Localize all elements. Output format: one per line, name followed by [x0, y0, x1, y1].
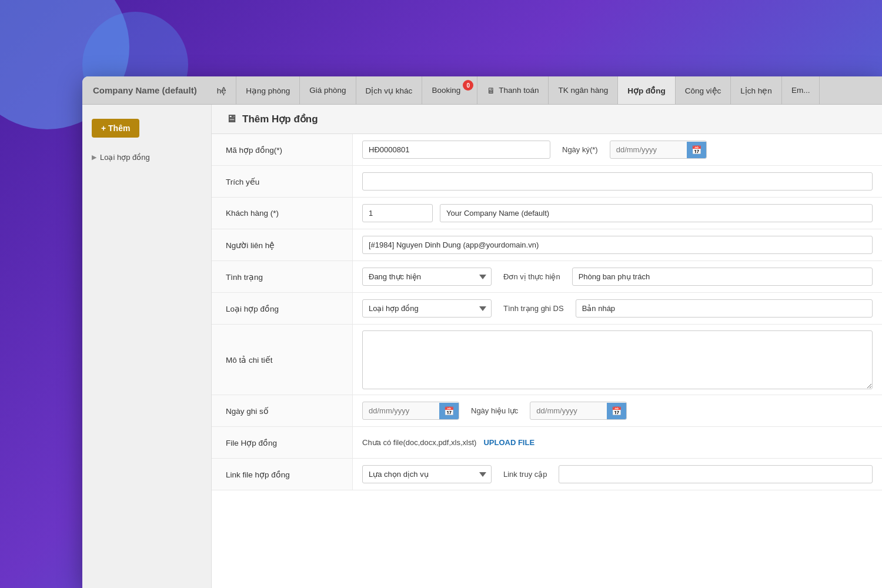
- content-area: + Thêm ▶ Loại hợp đồng 🖥 Thêm Hợp đồng M…: [82, 105, 882, 588]
- booking-badge: 0: [463, 80, 473, 91]
- arrow-icon: ▶: [92, 153, 96, 161]
- select-tinh-trang[interactable]: Đang thực hiện Hoàn thành Huỷ: [362, 268, 492, 286]
- fields-ngay-ghi-so: 📅 Ngày hiệu lực 📅: [353, 395, 882, 426]
- date-ngay-hieu-luc: 📅: [530, 402, 627, 420]
- fields-file-hop-dong: Chưa có file(doc,docx,pdf,xls,xlst) UPLO…: [353, 427, 882, 458]
- input-khach-hang-name[interactable]: [440, 204, 873, 222]
- tab-hang-phong[interactable]: Hạng phòng: [236, 76, 300, 104]
- monitor-icon: 🖥: [487, 86, 495, 95]
- label-link-truy-cap: Link truy cập: [499, 470, 552, 479]
- form-header-icon: 🖥: [226, 113, 236, 125]
- input-ngay-ghi-so[interactable]: [363, 402, 439, 419]
- label-mo-ta-chi-tiet: Mô tả chi tiết: [212, 325, 353, 395]
- select-loai-hop-dong[interactable]: Loại hợp đồng Hợp đồng A Hợp đồng B: [362, 299, 492, 318]
- browser-title: Company Name (default): [88, 85, 197, 95]
- input-ngay-hieu-luc[interactable]: [530, 402, 607, 419]
- upload-link[interactable]: UPLOAD FILE: [483, 438, 534, 447]
- sidebar: + Thêm ▶ Loại hợp đồng: [82, 105, 212, 588]
- input-ngay-ky[interactable]: [610, 141, 687, 158]
- calendar-icon-ngay-hieu-luc[interactable]: 📅: [607, 403, 626, 419]
- fields-khach-hang: [353, 198, 882, 229]
- row-tinh-trang: Tình trạng Đang thực hiện Hoàn thành Huỷ…: [212, 261, 882, 293]
- row-khach-hang: Khách hàng (*): [212, 198, 882, 229]
- input-link-truy-cap[interactable]: [559, 465, 873, 483]
- tab-booking[interactable]: Booking 0: [422, 76, 477, 104]
- label-tinh-trang: Tình trạng: [212, 261, 353, 292]
- sidebar-item-loai-hop-dong[interactable]: ▶ Loại hợp đồng: [82, 147, 211, 168]
- row-file-hop-dong: File Hợp đồng Chưa có file(doc,docx,pdf,…: [212, 427, 882, 459]
- form-header: 🖥 Thêm Hợp đồng: [212, 105, 882, 134]
- fields-loai-hop-dong: Loại hợp đồng Hợp đồng A Hợp đồng B Tình…: [353, 293, 882, 324]
- row-link-file-hop-dong: Link file hợp đồng Lựa chọn dịch vụ Link…: [212, 459, 882, 490]
- date-ngay-ghi-so: 📅: [362, 402, 459, 420]
- textarea-mo-ta-chi-tiet[interactable]: [362, 330, 873, 389]
- tab-lich-hen[interactable]: Lịch hẹn: [731, 76, 782, 104]
- add-button[interactable]: + Thêm: [92, 119, 139, 138]
- calendar-icon-ngay-ky[interactable]: 📅: [687, 142, 706, 158]
- label-ma-hop-dong: Mã hợp đồng(*): [212, 134, 353, 165]
- fields-ma-hop-dong: Ngày ký(*) 📅: [353, 134, 882, 165]
- label-ngay-ky: Ngày ký(*): [557, 145, 603, 154]
- browser-window: Company Name (default) hệ Hạng phòng Giá…: [82, 76, 882, 588]
- input-tinh-trang-ghi-ds[interactable]: [576, 299, 873, 318]
- tab-cong-viec[interactable]: Công việc: [676, 76, 731, 104]
- label-tinh-trang-ghi-ds: Tình trạng ghi DS: [499, 304, 569, 313]
- row-nguoi-lien-he: Người liên hệ: [212, 229, 882, 261]
- form-title: Thêm Hợp đồng: [242, 113, 318, 125]
- row-mo-ta-chi-tiet: Mô tả chi tiết: [212, 325, 882, 395]
- tab-he[interactable]: hệ: [208, 76, 237, 104]
- form-body: Mã hợp đồng(*) Ngày ký(*) 📅 Trích y: [212, 134, 882, 490]
- label-ngay-ghi-so: Ngày ghi số: [212, 395, 353, 426]
- fields-tinh-trang: Đang thực hiện Hoàn thành Huỷ Đơn vị thự…: [353, 261, 882, 292]
- tab-thanh-toan[interactable]: 🖥 Thanh toán: [477, 76, 549, 104]
- label-loai-hop-dong: Loại hợp đồng: [212, 293, 353, 324]
- row-ma-hop-dong: Mã hợp đồng(*) Ngày ký(*) 📅: [212, 134, 882, 166]
- label-ngay-hieu-luc: Ngày hiệu lực: [466, 406, 523, 415]
- label-trich-yeu: Trích yếu: [212, 166, 353, 197]
- fields-link-file-hop-dong: Lựa chọn dịch vụ Link truy cập: [353, 459, 882, 490]
- row-ngay-ghi-so: Ngày ghi số 📅 Ngày hiệu lực 📅: [212, 395, 882, 427]
- label-nguoi-lien-he: Người liên hệ: [212, 229, 353, 260]
- tab-dich-vu-khac[interactable]: Dịch vụ khác: [356, 76, 423, 104]
- calendar-icon-ngay-ghi-so[interactable]: 📅: [439, 403, 459, 419]
- input-nguoi-lien-he[interactable]: [362, 236, 873, 254]
- fields-trich-yeu: [353, 166, 882, 197]
- select-link-dich-vu[interactable]: Lựa chọn dịch vụ: [362, 465, 492, 483]
- tab-tk-ngan-hang[interactable]: TK ngân hàng: [549, 76, 618, 104]
- date-ngay-ky: 📅: [610, 141, 707, 159]
- fields-nguoi-lien-he: [353, 229, 882, 260]
- label-file-hop-dong: File Hợp đồng: [212, 427, 353, 458]
- tab-bar: Company Name (default) hệ Hạng phòng Giá…: [82, 76, 882, 105]
- label-don-vi-thuc-hien: Đơn vị thực hiện: [499, 272, 565, 281]
- input-trich-yeu[interactable]: [362, 172, 873, 191]
- input-khach-hang-id[interactable]: [362, 204, 433, 222]
- input-ma-hop-dong[interactable]: [362, 141, 550, 159]
- file-info-text: Chưa có file(doc,docx,pdf,xls,xlst): [362, 438, 476, 447]
- row-trich-yeu: Trích yếu: [212, 166, 882, 198]
- input-don-vi-thuc-hien[interactable]: [572, 268, 873, 286]
- tab-em[interactable]: Em...: [782, 76, 820, 104]
- label-link-file-hop-dong: Link file hợp đồng: [212, 459, 353, 490]
- fields-mo-ta-chi-tiet: [353, 325, 882, 395]
- tab-gia-phong[interactable]: Giá phòng: [300, 76, 356, 104]
- form-panel: 🖥 Thêm Hợp đồng Mã hợp đồng(*) Ngày ký(*…: [212, 105, 882, 588]
- row-loai-hop-dong: Loại hợp đồng Loại hợp đồng Hợp đồng A H…: [212, 293, 882, 325]
- label-khach-hang: Khách hàng (*): [212, 198, 353, 229]
- tab-hop-dong[interactable]: Hợp đồng: [618, 76, 676, 104]
